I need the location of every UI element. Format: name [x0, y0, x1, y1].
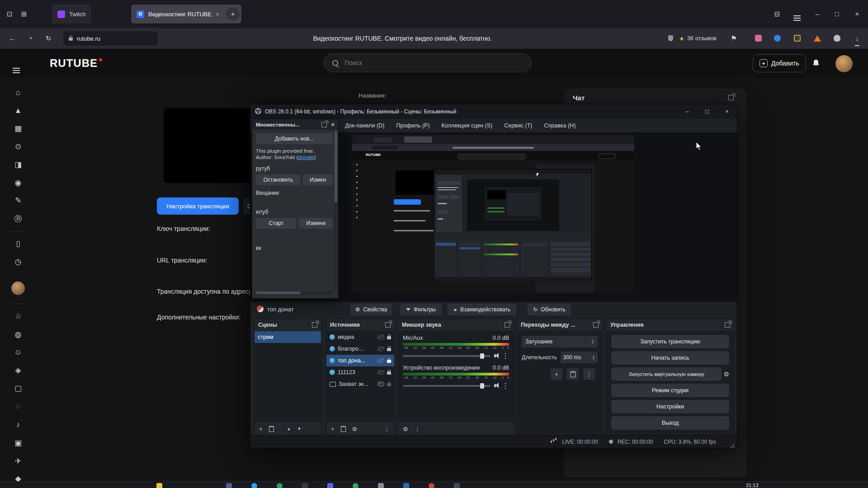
- reviews-badge[interactable]: 3К отзывов: [687, 35, 717, 42]
- notifications-bell-icon[interactable]: [811, 59, 821, 70]
- eye-hidden-icon[interactable]: [377, 370, 384, 375]
- url-bar[interactable]: rutube.ru: [63, 31, 158, 46]
- download-icon[interactable]: ↓: [850, 32, 864, 45]
- start-streaming-button[interactable]: Запустить трансляцию: [611, 335, 729, 348]
- speaker-icon[interactable]: [494, 354, 496, 357]
- new-tab-button[interactable]: +: [226, 7, 240, 21]
- sidebar-item-live[interactable]: ⊙: [8, 142, 28, 152]
- controls-popout-icon[interactable]: [725, 322, 730, 328]
- extension-globe-icon[interactable]: [770, 32, 784, 45]
- source-item-selected[interactable]: топ дона...: [326, 355, 394, 366]
- eye-visible-icon[interactable]: [377, 382, 384, 386]
- menu-scene-collection[interactable]: Коллекция сцен (S): [442, 122, 493, 129]
- scene-remove-icon[interactable]: [269, 426, 274, 432]
- bookmark-flag-icon[interactable]: ⚑: [727, 32, 741, 45]
- youtube-edit-button[interactable]: Измени: [299, 218, 333, 229]
- menu-profile[interactable]: Профиль (Р): [396, 122, 429, 129]
- stream-setup-button[interactable]: Настройка трансляции: [157, 197, 239, 215]
- rutube-logo[interactable]: RUTUBE: [50, 57, 102, 70]
- mixer-ch1-volume-slider[interactable]: [403, 355, 491, 357]
- dock-hscrollbar-thumb[interactable]: [256, 291, 301, 294]
- window-minimize-icon[interactable]: –: [811, 7, 824, 21]
- taskbar-app-icon[interactable]: [454, 483, 460, 488]
- source-item[interactable]: 111123: [326, 366, 394, 378]
- virtual-camera-button[interactable]: Запустить виртуальную камеру: [611, 367, 722, 381]
- window-close-icon[interactable]: ×: [850, 7, 864, 21]
- mixer-more-icon[interactable]: ⋮: [415, 426, 420, 432]
- transition-add-button[interactable]: +: [551, 368, 562, 380]
- menu-icon[interactable]: [790, 7, 804, 21]
- slider-knob[interactable]: [480, 383, 484, 389]
- lock-icon[interactable]: [387, 348, 391, 351]
- dock-float-icon[interactable]: [321, 122, 327, 127]
- search-input[interactable]: [344, 59, 523, 67]
- scene-item[interactable]: стрим: [255, 331, 321, 343]
- eye-hidden-icon[interactable]: [377, 335, 384, 339]
- reviews-star-icon[interactable]: ★: [679, 35, 684, 42]
- extension-tampermonkey-icon[interactable]: [790, 32, 804, 45]
- sidebar-item-tv[interactable]: ▢: [8, 384, 28, 394]
- resize-grip[interactable]: [733, 444, 734, 446]
- transition-type-select[interactable]: Затухание ▲▼: [522, 336, 598, 347]
- obs-maximize-icon[interactable]: □: [697, 104, 717, 119]
- scenes-popout-icon[interactable]: [312, 322, 317, 328]
- duration-spinbox[interactable]: 300 ms ▲▼: [561, 352, 598, 363]
- sidebar-item-music[interactable]: ♪: [8, 420, 28, 430]
- tab-close-icon[interactable]: ×: [216, 11, 219, 18]
- sidebar-item-originals[interactable]: Ⓡ: [8, 214, 28, 224]
- source-interact-button[interactable]: ➤Взаимодействовать: [448, 304, 516, 315]
- user-avatar[interactable]: [835, 55, 853, 72]
- start-recording-button[interactable]: Начать запись: [611, 351, 729, 365]
- account-icon[interactable]: ◔: [24, 32, 37, 45]
- transitions-popout-icon[interactable]: [593, 322, 599, 328]
- eye-hidden-icon[interactable]: [377, 358, 384, 363]
- sidebar-item-radio[interactable]: ◌: [8, 402, 28, 412]
- slider-knob[interactable]: [480, 353, 484, 359]
- shield-icon[interactable]: [664, 32, 677, 45]
- back-icon[interactable]: ←: [5, 32, 19, 45]
- sidebar-item-history[interactable]: ◷: [8, 257, 28, 267]
- taskbar-app-icon[interactable]: [251, 483, 257, 488]
- sidebar-item-bookmarks[interactable]: ▯: [8, 239, 28, 249]
- tab-twitch[interactable]: Twitch: [52, 5, 91, 23]
- sidebar-item-trending[interactable]: ▲: [8, 106, 28, 116]
- sidebar-item-favorites[interactable]: ☆: [8, 311, 28, 321]
- exit-button[interactable]: Выход: [611, 416, 729, 430]
- transition-more-button[interactable]: ⋮: [583, 368, 595, 380]
- mixer-ch2-more-icon[interactable]: ⋮: [502, 381, 509, 390]
- sidebar-item-travel[interactable]: ✈: [8, 456, 28, 466]
- sidebar-item-photo[interactable]: ▣: [8, 438, 28, 448]
- firefox-view-icon[interactable]: ⊡: [3, 7, 16, 21]
- source-item[interactable]: благоро...: [326, 343, 394, 355]
- youtube-start-button[interactable]: Старт: [256, 218, 296, 229]
- virtual-camera-config-icon[interactable]: ⚙: [723, 371, 729, 378]
- menu-tools[interactable]: Сервис (Т): [504, 122, 532, 129]
- window-maximize-icon[interactable]: □: [830, 7, 844, 21]
- extension-cat-icon[interactable]: [830, 32, 844, 45]
- scene-up-icon[interactable]: ▲: [287, 427, 291, 431]
- source-filters-button[interactable]: Фильтры: [400, 304, 442, 315]
- scene-down-icon[interactable]: ▼: [297, 427, 302, 431]
- taskbar-app-icon[interactable]: [353, 483, 359, 488]
- source-item[interactable]: Захват эк...: [326, 378, 394, 390]
- chat-popout-icon[interactable]: [728, 95, 734, 100]
- sources-popout-icon[interactable]: [385, 322, 391, 328]
- source-properties-button[interactable]: ⚙Свойства: [350, 304, 392, 315]
- reload-icon[interactable]: ↻: [42, 32, 55, 45]
- settings-button[interactable]: Настройки: [611, 400, 729, 413]
- extension-metamask-icon[interactable]: [811, 32, 824, 45]
- dock-close-icon[interactable]: ×: [331, 121, 335, 128]
- menu-dock-panels[interactable]: Док-панели (D): [345, 122, 384, 129]
- dock-add-new-button[interactable]: Добавить нов...: [256, 133, 333, 144]
- add-button[interactable]: + Добавить: [753, 54, 806, 72]
- extension-paw-icon[interactable]: [751, 32, 765, 45]
- rutube-stop-button[interactable]: Остановить: [256, 174, 300, 185]
- speaker-icon[interactable]: [494, 384, 496, 387]
- multistream-dock-title-bar[interactable]: Множественны... ×: [252, 119, 338, 130]
- source-refresh-button[interactable]: ↻Обновить: [528, 304, 571, 315]
- donate-link[interactable]: donate: [298, 155, 314, 160]
- sidebar-item-home[interactable]: ⌂: [8, 88, 28, 98]
- source-more-icon[interactable]: ⋮: [384, 426, 390, 432]
- scene-add-icon[interactable]: +: [259, 426, 263, 432]
- tab-list-icon[interactable]: ⊟: [770, 7, 784, 21]
